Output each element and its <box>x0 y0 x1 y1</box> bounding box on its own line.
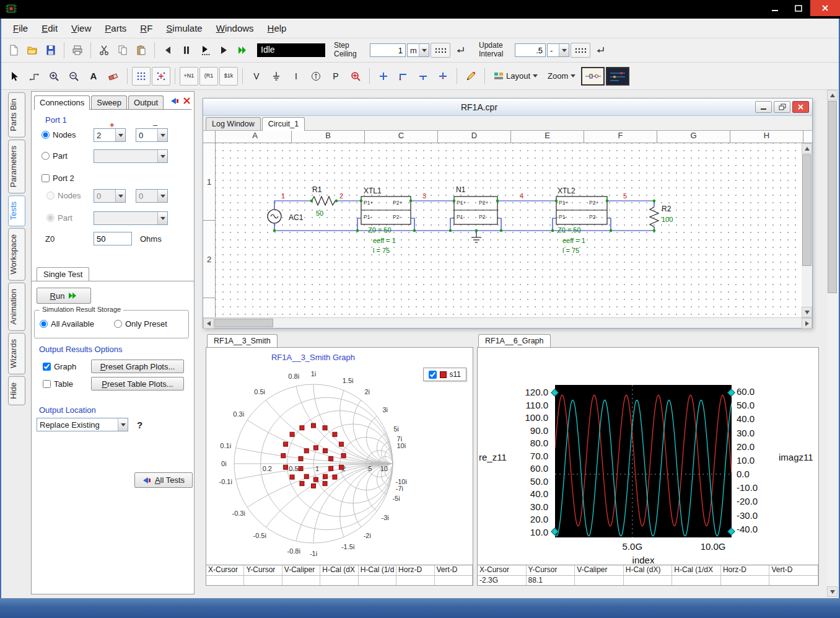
ground-button[interactable] <box>267 67 286 86</box>
step-ceiling-unit-select[interactable]: m <box>407 43 429 57</box>
port1-nodes-radio[interactable] <box>42 131 50 139</box>
interval-options-button[interactable] <box>571 43 590 58</box>
tab-sweep[interactable]: Sweep <box>91 95 127 109</box>
voltage-marker-button[interactable]: V <box>247 67 266 86</box>
tab-output[interactable]: Output <box>128 95 164 109</box>
eraser-tool-button[interactable] <box>104 67 123 86</box>
menu-item[interactable]: Simulate <box>159 19 209 38</box>
only-preset-radio[interactable] <box>114 320 122 328</box>
sidebar-tab-parameters[interactable]: Parameters <box>8 139 25 193</box>
run-test-button[interactable]: Run <box>37 288 91 304</box>
step-back-button[interactable] <box>159 42 177 59</box>
menu-item[interactable]: File <box>6 19 35 38</box>
step-options-button[interactable] <box>431 43 450 58</box>
step-apply-button[interactable] <box>452 42 469 59</box>
sidebar-tab-workspace[interactable]: Workspace <box>8 228 25 281</box>
step-run-button[interactable] <box>196 42 214 59</box>
junction-add-button[interactable] <box>374 67 393 86</box>
zoom-dropdown[interactable]: Zoom <box>543 68 580 84</box>
port2-minus-node-select[interactable]: 0 <box>136 189 168 203</box>
titlebar[interactable] <box>0 0 840 19</box>
menu-item[interactable]: View <box>64 19 98 38</box>
pcb-view-button[interactable] <box>606 67 629 86</box>
tab-circuit-1[interactable]: Circuit_1 <box>262 117 305 131</box>
cut-button[interactable] <box>95 42 113 59</box>
tab-graph-window[interactable]: RF1A__6_Graph <box>478 334 551 347</box>
menu-item[interactable]: Edit <box>35 19 64 38</box>
child-close-button[interactable] <box>792 101 809 113</box>
scroll-thumb[interactable] <box>802 154 812 266</box>
update-interval-input[interactable] <box>515 43 546 57</box>
wire-tool-button[interactable] <box>25 67 43 86</box>
zoom-in-button[interactable] <box>45 67 63 86</box>
sidebar-tab-parts-bin[interactable]: Parts Bin <box>8 92 25 138</box>
all-available-radio[interactable] <box>40 320 48 328</box>
port2-part-radio[interactable] <box>46 214 55 222</box>
all-tests-button[interactable]: All Tests <box>134 472 193 488</box>
scroll-down-arrow[interactable] <box>802 307 812 317</box>
annotate-pen-button[interactable] <box>462 67 480 86</box>
schematic-vscrollbar[interactable] <box>802 143 812 317</box>
sidebar-tab-animation[interactable]: Animation <box>8 283 25 331</box>
schematic-hscrollbar[interactable] <box>203 317 812 328</box>
dock-panel-button[interactable] <box>170 97 180 107</box>
graph-checkbox[interactable] <box>43 363 51 371</box>
update-interval-unit-select[interactable]: - <box>547 43 569 57</box>
wire-corner-button[interactable] <box>394 67 413 86</box>
waveform-plot[interactable] <box>555 385 732 537</box>
minimize-button[interactable] <box>763 0 787 16</box>
port2-checkbox[interactable] <box>42 174 50 182</box>
text-tool-button[interactable]: A <box>84 67 103 86</box>
node-numbers-button[interactable]: +N1 <box>180 67 198 86</box>
fast-run-button[interactable] <box>234 42 251 59</box>
scroll-down-arrow[interactable] <box>827 586 838 597</box>
probe-button[interactable] <box>346 67 365 86</box>
child-minimize-button[interactable] <box>755 101 772 113</box>
current-marker-button[interactable]: I <box>287 67 305 86</box>
port2-nodes-radio[interactable] <box>46 192 55 200</box>
schematic-view-button[interactable] <box>581 67 605 86</box>
source-button[interactable] <box>307 67 325 86</box>
tab-connections[interactable]: Connections <box>34 95 90 110</box>
port2-plus-node-select[interactable]: 0 <box>94 189 126 203</box>
schematic-window-titlebar[interactable]: RF1A.cpr <box>203 99 812 116</box>
output-location-select[interactable]: Replace Existing <box>37 418 128 431</box>
tab-smith-window[interactable]: RF1A__3_Smith <box>207 334 278 347</box>
child-restore-button[interactable] <box>774 101 790 113</box>
paste-button[interactable] <box>133 42 150 59</box>
port1-minus-node-select[interactable]: 0 <box>136 128 168 142</box>
scroll-left-arrow[interactable] <box>203 318 214 329</box>
scroll-thumb[interactable] <box>828 101 837 293</box>
grid-toggle-button[interactable] <box>132 67 151 86</box>
power-marker-button[interactable]: P <box>326 67 345 86</box>
save-button[interactable] <box>42 42 59 59</box>
output-location-help[interactable]: ? <box>137 420 142 430</box>
menu-item[interactable]: Help <box>261 19 294 38</box>
step-ceiling-input[interactable] <box>370 43 406 57</box>
maximize-button[interactable] <box>787 0 810 16</box>
port1-part-select[interactable] <box>94 149 168 163</box>
port2-part-select[interactable] <box>94 211 168 225</box>
table-checkbox[interactable] <box>43 380 51 388</box>
sidebar-tab-wizards[interactable]: Wizards <box>8 333 25 374</box>
menu-item[interactable]: RF <box>133 19 159 38</box>
close-button[interactable] <box>810 0 840 16</box>
scroll-up-arrow[interactable] <box>827 90 838 100</box>
menu-item[interactable]: Parts <box>98 19 133 38</box>
menu-item[interactable]: Windows <box>209 19 261 38</box>
wire-tee-button[interactable] <box>414 67 432 86</box>
port1-part-radio[interactable] <box>42 152 50 160</box>
scroll-up-arrow[interactable] <box>802 143 812 154</box>
print-button[interactable] <box>69 42 86 59</box>
interval-apply-button[interactable] <box>592 42 609 59</box>
copy-button[interactable] <box>114 42 131 59</box>
pause-button[interactable] <box>178 42 195 59</box>
run-button-toolbar[interactable] <box>215 42 232 59</box>
open-file-button[interactable] <box>24 42 41 59</box>
scroll-right-arrow[interactable] <box>802 318 812 329</box>
layout-dropdown[interactable]: Layout <box>489 68 542 84</box>
snap-grid-button[interactable] <box>152 67 170 86</box>
s11-visibility-checkbox[interactable] <box>429 371 437 379</box>
z0-input[interactable] <box>94 232 132 245</box>
pointer-tool-button[interactable] <box>5 67 24 86</box>
